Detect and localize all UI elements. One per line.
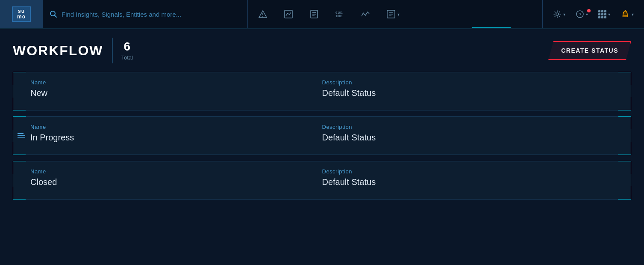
more-nav-icon[interactable]: ▾ <box>385 8 401 21</box>
desc-label: Description <box>322 79 614 86</box>
notifications-nav-item[interactable]: ▾ <box>617 8 637 21</box>
card-corner-tr <box>618 116 631 129</box>
name-value: New <box>30 88 322 98</box>
card-name-section: Name In Progress <box>30 124 322 143</box>
desc-label: Description <box>322 124 614 130</box>
name-value: In Progress <box>30 133 322 143</box>
svg-text:1001: 1001 <box>335 15 343 18</box>
status-card-new: Name New Description Default Status <box>13 72 631 110</box>
card-name-section: Name Closed <box>30 168 322 187</box>
card-corner-tr <box>618 161 631 174</box>
help-chevron: ▾ <box>586 12 588 17</box>
svg-point-16 <box>556 13 559 15</box>
card-content-new: Name New Description Default Status <box>30 79 614 98</box>
card-corner-bl <box>13 142 26 155</box>
page-header: WORKFLOW 6 Total CREATE STATUS <box>13 38 631 63</box>
card-corner-bl <box>13 187 26 199</box>
card-desc-section: Description Default Status <box>322 124 614 143</box>
sumo-logo[interactable]: sumo <box>12 6 31 22</box>
apps-chevron: ▾ <box>608 12 610 17</box>
total-count: 6 <box>124 41 130 53</box>
svg-rect-20 <box>623 15 628 17</box>
drag-line-1 <box>18 133 24 134</box>
main-content: WORKFLOW 6 Total CREATE STATUS Name New … <box>0 29 644 265</box>
topnav: sumo <box>0 0 644 29</box>
apps-nav-item[interactable]: ▾ <box>595 9 614 20</box>
search-area <box>43 0 248 28</box>
desc-value: Default Status <box>322 177 614 187</box>
svg-point-4 <box>262 16 263 17</box>
status-card-in-progress: Name In Progress Description Default Sta… <box>13 116 631 155</box>
logo-area: sumo <box>0 0 43 28</box>
page-title: WORKFLOW <box>13 43 103 59</box>
total-section: 6 Total <box>121 41 133 61</box>
help-nav-item[interactable]: ? ▾ <box>572 8 591 20</box>
help-badge <box>587 9 591 12</box>
card-desc-section: Description Default Status <box>322 79 614 98</box>
alerts-nav-icon[interactable] <box>256 8 269 21</box>
desc-value: Default Status <box>322 88 614 98</box>
name-label: Name <box>30 124 322 130</box>
name-label: Name <box>30 168 322 175</box>
header-divider <box>112 38 113 63</box>
logs-nav-icon[interactable] <box>308 8 321 21</box>
svg-text:?: ? <box>579 12 581 17</box>
svg-line-1 <box>55 15 57 18</box>
notifications-chevron: ▾ <box>632 12 634 17</box>
apm-nav-icon[interactable] <box>359 8 372 21</box>
drag-handle[interactable] <box>18 133 25 138</box>
settings-chevron: ▾ <box>563 12 565 17</box>
nav-right-group: ▾ ? ▾ ▾ <box>542 0 644 28</box>
name-label: Name <box>30 79 322 86</box>
create-status-button[interactable]: CREATE STATUS <box>548 41 631 60</box>
infrastructure-nav-icon[interactable]: 0101 1001 <box>333 8 346 21</box>
name-value: Closed <box>30 177 322 187</box>
metrics-nav-icon[interactable] <box>282 8 295 21</box>
drag-line-3 <box>18 137 25 138</box>
search-icon <box>50 10 57 18</box>
desc-label: Description <box>322 168 614 175</box>
settings-nav-item[interactable]: ▾ <box>550 8 569 20</box>
drag-line-2 <box>18 135 25 136</box>
card-content-in-progress: Name In Progress Description Default Sta… <box>30 124 614 143</box>
status-card-closed: Name Closed Description Default Status <box>13 161 631 199</box>
search-input[interactable] <box>62 11 241 18</box>
card-corner-bl <box>13 98 26 110</box>
card-corner-tr <box>618 72 631 85</box>
status-list: Name New Description Default Status Nam <box>13 72 631 199</box>
nav-icons-group: 0101 1001 ▾ <box>248 0 542 28</box>
card-desc-section: Description Default Status <box>322 168 614 187</box>
desc-value: Default Status <box>322 133 614 143</box>
apps-grid-icon <box>598 10 606 18</box>
total-label: Total <box>121 54 133 61</box>
svg-text:0101: 0101 <box>335 11 343 15</box>
card-content-closed: Name Closed Description Default Status <box>30 168 614 187</box>
card-name-section: Name New <box>30 79 322 98</box>
